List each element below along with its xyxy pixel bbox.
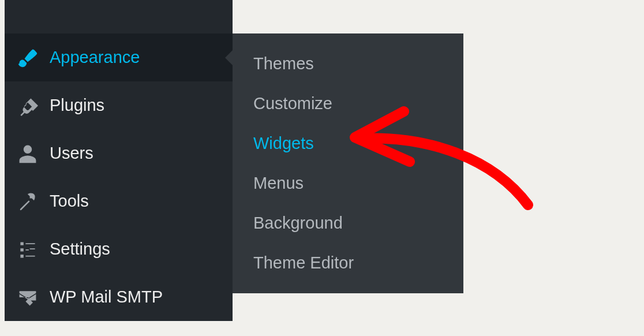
menu-item-label: Users bbox=[50, 144, 93, 163]
user-icon bbox=[16, 142, 39, 165]
sidebar-spacer bbox=[5, 0, 233, 33]
menu-item-label: Appearance bbox=[50, 48, 140, 67]
sidebar-item-wp-mail-smtp[interactable]: WP Mail SMTP bbox=[5, 273, 233, 321]
submenu-item-themes[interactable]: Themes bbox=[233, 44, 463, 84]
menu-item-label: Settings bbox=[50, 240, 110, 259]
submenu-item-label: Customize bbox=[253, 94, 332, 113]
submenu-item-label: Themes bbox=[253, 54, 314, 73]
submenu-item-label: Widgets bbox=[253, 134, 314, 152]
submenu-item-label: Theme Editor bbox=[253, 253, 354, 272]
menu-item-label: Plugins bbox=[50, 96, 104, 115]
sidebar-item-plugins[interactable]: Plugins bbox=[5, 81, 233, 129]
mail-arrow-icon bbox=[16, 286, 39, 309]
menu-item-label: WP Mail SMTP bbox=[50, 288, 163, 307]
submenu-item-customize[interactable]: Customize bbox=[233, 84, 463, 124]
plug-icon bbox=[16, 94, 39, 117]
submenu-item-label: Menus bbox=[253, 174, 304, 192]
submenu-item-menus[interactable]: Menus bbox=[233, 163, 463, 203]
sidebar-item-users[interactable]: Users bbox=[5, 129, 233, 177]
sidebar-item-settings[interactable]: Settings bbox=[5, 225, 233, 273]
submenu-item-label: Background bbox=[253, 214, 343, 232]
sliders-icon bbox=[16, 238, 39, 261]
submenu-item-widgets[interactable]: Widgets bbox=[233, 124, 463, 163]
submenu-item-theme-editor[interactable]: Theme Editor bbox=[233, 243, 463, 283]
brush-icon bbox=[16, 46, 39, 69]
wrench-icon bbox=[16, 190, 39, 213]
sidebar-item-appearance[interactable]: Appearance bbox=[5, 33, 233, 81]
sidebar-item-tools[interactable]: Tools bbox=[5, 177, 233, 225]
appearance-submenu: Themes Customize Widgets Menus Backgroun… bbox=[233, 33, 463, 293]
submenu-item-background[interactable]: Background bbox=[233, 203, 463, 243]
menu-item-label: Tools bbox=[50, 192, 89, 211]
admin-sidebar: Appearance Plugins Users Tools Settings … bbox=[5, 0, 233, 321]
